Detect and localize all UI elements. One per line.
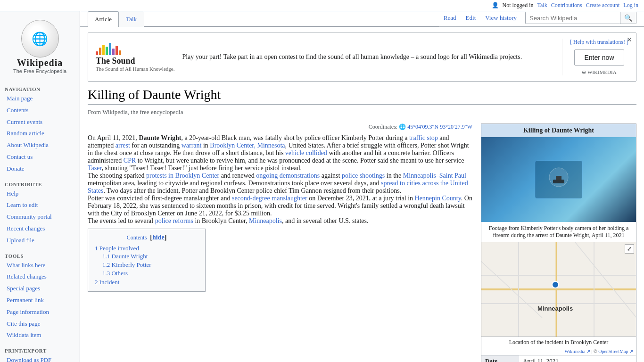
infobox-map-caption: Location of the incident in Brooklyn Cen… xyxy=(481,337,636,348)
sidebar-item-recent-changes[interactable]: Recent changes xyxy=(0,223,80,235)
sidebar-item-permanent-link[interactable]: Permanent link xyxy=(0,295,80,306)
taser-link[interactable]: Taser xyxy=(88,165,102,172)
tab-edit[interactable]: Edit xyxy=(461,11,481,25)
infobox-date-label: Date xyxy=(481,355,519,362)
warrant-link[interactable]: warrant xyxy=(182,142,202,149)
sidebar-item-page-information[interactable]: Page information xyxy=(0,306,80,318)
sidebar-item-related-changes[interactable]: Related changes xyxy=(0,271,80,283)
contents-item-1-3: 1.3 Others xyxy=(95,269,198,278)
banner-right: [ Help with translations! ] Enter now ⊕ … xyxy=(562,39,628,75)
navigation-section: Navigation Main page Contents Current ev… xyxy=(0,84,80,175)
openstreetmap-link[interactable]: OpenStreetMap ↗ xyxy=(598,349,633,354)
sidebar-item-download-pdf[interactable]: Download as PDF xyxy=(0,354,80,362)
sidebar-item-donate[interactable]: Donate xyxy=(0,163,80,175)
contents-item-2: 2 Incident xyxy=(95,278,198,287)
tools-title: Tools xyxy=(0,251,80,260)
vehicle-collided-link[interactable]: vehicle collided xyxy=(285,149,327,156)
spread-cities-link[interactable]: spread to cities across the United State… xyxy=(88,180,468,194)
search-input[interactable] xyxy=(526,13,620,24)
contributions-link[interactable]: Contributions xyxy=(551,2,582,9)
infobox-date-row: Date April 11, 2021 xyxy=(481,355,636,362)
sidebar-item-current-events[interactable]: Current events xyxy=(0,116,80,128)
article-title: Killing of Daunte Wright xyxy=(88,87,636,105)
contents-link-others[interactable]: 1.3 Others xyxy=(102,270,128,277)
search-box: 🔍 xyxy=(525,12,636,24)
brooklyn-center-link[interactable]: Brooklyn Center, Minnesota xyxy=(210,142,285,149)
logo-area: 🌐 Wikipedia The Free Encyclopedia xyxy=(0,15,80,80)
wikimedia-icon: ⊕ xyxy=(582,69,586,75)
traffic-stop-link[interactable]: traffic stop xyxy=(409,134,438,141)
coordinates-link[interactable]: 45°04′09.3″N 93°20′27.9″W xyxy=(407,123,472,131)
sidebar: 🌐 Wikipedia The Free Encyclopedia Naviga… xyxy=(0,11,80,362)
police-reforms-link[interactable]: police reforms xyxy=(155,217,193,224)
contents-link-daunte-wright[interactable]: 1.1 Daunte Wright xyxy=(102,253,148,260)
sidebar-item-main-page[interactable]: Main page xyxy=(0,93,80,105)
site-title: Wikipedia xyxy=(4,58,76,68)
minneapolis-link[interactable]: Minneapolis xyxy=(249,217,282,224)
demonstrations-link[interactable]: ongoing demonstrations xyxy=(256,172,320,179)
sidebar-item-community-portal[interactable]: Community portal xyxy=(0,211,80,223)
svg-point-14 xyxy=(552,281,559,288)
log-in-link[interactable]: Log in xyxy=(623,2,638,9)
sidebar-item-help[interactable]: Help xyxy=(0,188,80,200)
talk-link[interactable]: Talk xyxy=(537,2,547,9)
tabs-bar: Article Talk Read Edit View history 🔍 xyxy=(80,11,644,27)
sidebar-item-cite-this-page[interactable]: Cite this page xyxy=(0,318,80,330)
sidebar-item-learn-to-edit[interactable]: Learn to edit xyxy=(0,199,80,211)
map-attribution: Wikimedia ↗ | © OpenStreetMap ↗ xyxy=(481,348,636,355)
map-expand-button[interactable]: ⤢ xyxy=(625,244,634,254)
contribute-section: Contribute Help Learn to edit Community … xyxy=(0,180,80,247)
tab-talk[interactable]: Talk xyxy=(119,11,144,27)
contents-item-1-1: 1.1 Daunte Wright xyxy=(95,252,198,261)
banner-logo-text: The Sound of All Human Knowledge. xyxy=(96,66,174,72)
sidebar-item-what-links-here[interactable]: What links here xyxy=(0,260,80,272)
top-bar: 👤 Not logged in Talk Contributions Creat… xyxy=(0,0,644,11)
infobox-image xyxy=(481,137,636,222)
sidebar-item-about-wikipedia[interactable]: About Wikipedia xyxy=(0,140,80,151)
tab-article[interactable]: Article xyxy=(88,11,119,27)
contents-link-people-involved[interactable]: 1 People involved xyxy=(95,245,139,252)
sidebar-item-special-pages[interactable]: Special pages xyxy=(0,283,80,295)
wikimedia-map-link[interactable]: Wikimedia ↗ xyxy=(565,349,591,354)
sidebar-item-upload-file[interactable]: Upload file xyxy=(0,235,80,247)
infobox-image-caption: Footage from Kimberly Potter's body came… xyxy=(481,222,636,242)
coordinates-bar: Coordinates: 🌐 45°04′09.3″N 93°20′27.9″W xyxy=(88,123,473,131)
contents-link-incident[interactable]: 2 Incident xyxy=(95,279,119,286)
cpr-link[interactable]: CPR xyxy=(124,157,136,164)
arrest-link[interactable]: arrest xyxy=(116,142,130,149)
infobox-image-overlay xyxy=(481,137,636,222)
contents-item-1: 1 People involved 1.1 Daunte Wright 1.2 … xyxy=(95,244,198,278)
sidebar-item-contents[interactable]: Contents xyxy=(0,105,80,116)
contents-link-kimberly-potter[interactable]: 1.2 Kimberly Potter xyxy=(102,261,151,268)
protests-link[interactable]: protests in Brooklyn Center xyxy=(146,172,219,179)
create-account-link[interactable]: Create account xyxy=(586,2,620,9)
site-subtitle: The Free Encyclopedia xyxy=(4,68,76,74)
search-button[interactable]: 🔍 xyxy=(620,12,636,24)
second-degree-link[interactable]: second-degree manslaughter xyxy=(232,195,307,202)
banner-close-button[interactable]: ✕ xyxy=(627,36,632,44)
infobox: Killing of Daunte Wright xyxy=(481,123,636,362)
contribute-title: Contribute xyxy=(0,180,80,188)
msp-link[interactable]: Minneapolis–Saint Paul xyxy=(403,172,466,179)
contents-hide-link[interactable]: hide xyxy=(152,234,165,241)
sidebar-item-wikidata-item[interactable]: Wikidata item xyxy=(0,329,80,341)
infobox-title: Killing of Daunte Wright xyxy=(481,124,636,137)
user-icon: 👤 xyxy=(492,2,499,9)
contents-list: 1 People involved 1.1 Daunte Wright 1.2 … xyxy=(95,244,198,287)
hennepin-link[interactable]: Hennepin County xyxy=(415,195,461,202)
police-shootings-link[interactable]: police shootings xyxy=(342,172,385,179)
navigation-title: Navigation xyxy=(0,84,80,93)
infobox-date-value: April 11, 2021 xyxy=(519,355,562,362)
tab-view-history[interactable]: View history xyxy=(480,11,521,25)
enter-now-button[interactable]: Enter now xyxy=(574,49,624,66)
article-subtitle: From Wikipedia, the free encyclopedia xyxy=(88,108,636,116)
article: Killing of Daunte Wright From Wikipedia,… xyxy=(80,87,644,362)
help-translations-link[interactable]: [ Help with translations! ] xyxy=(570,39,628,46)
sidebar-item-random-article[interactable]: Random article xyxy=(0,128,80,140)
sidebar-item-contact-us[interactable]: Contact us xyxy=(0,151,80,163)
sound-bars-icon xyxy=(96,42,174,55)
contents-item-1-2: 1.2 Kimberly Potter xyxy=(95,261,198,269)
tab-read[interactable]: Read xyxy=(439,11,461,25)
print-section: Print/export Download as PDF Printable v… xyxy=(0,346,80,362)
tab-actions: Read Edit View history 🔍 xyxy=(439,11,636,26)
